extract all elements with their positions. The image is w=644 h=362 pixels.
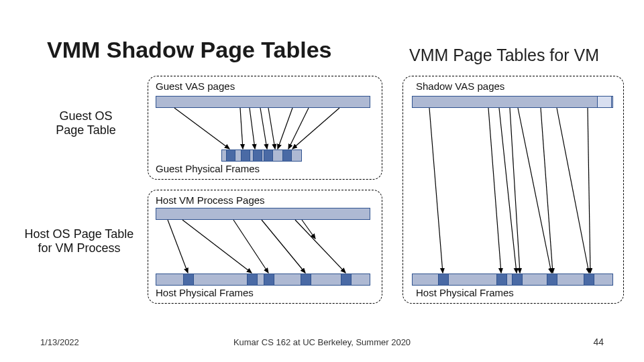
footer-page-number: 44 <box>593 337 604 347</box>
label-guest-phys: Guest Physical Frames <box>156 163 260 174</box>
bar-guest-vas <box>156 96 370 108</box>
bar-guest-phys <box>221 149 302 162</box>
label-shadow-vas: Shadow VAS pages <box>416 80 504 92</box>
footer-center: Kumar CS 162 at UC Berkeley, Summer 2020 <box>0 337 644 347</box>
bar-host-phys-right <box>412 274 613 286</box>
page-subtitle: VMM Page Tables for VM <box>409 46 599 65</box>
bar-shadow-vas <box>412 96 613 108</box>
label-guest-os-page-table: Guest OS Page Table <box>39 109 133 137</box>
label-guest-vas: Guest VAS pages <box>156 80 235 92</box>
label-host-vm-pages: Host VM Process Pages <box>156 194 265 206</box>
label-host-phys-left: Host Physical Frames <box>156 287 254 298</box>
box-vmm-shadow <box>402 76 624 304</box>
page-title: VMM Shadow Page Tables <box>47 37 331 63</box>
bar-host-vm-pages <box>156 208 370 220</box>
label-host-os-page-table: Host OS Page Table for VM Process <box>12 227 146 255</box>
bar-host-phys-left <box>156 274 370 286</box>
label-host-phys-right: Host Physical Frames <box>416 287 514 298</box>
